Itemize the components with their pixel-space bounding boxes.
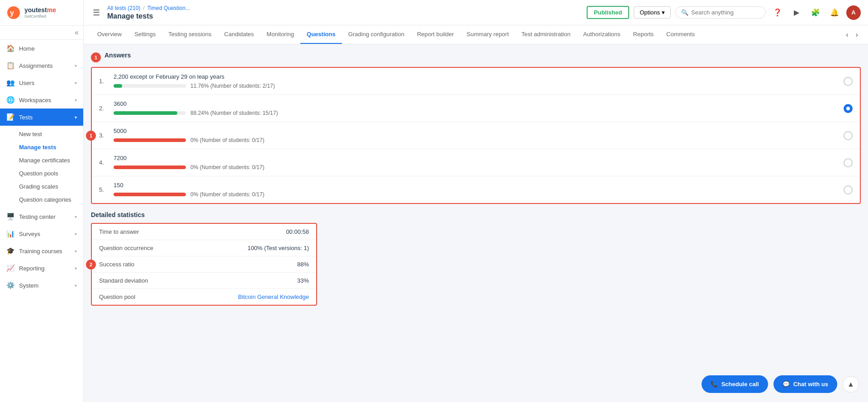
logo-main: youtestme [24,6,56,14]
answer-num-1: 1. [99,78,108,85]
chevron-down-icon: ▾ [75,80,77,85]
svg-text:y: y [10,9,14,17]
tabs-prev-button[interactable]: ‹ [843,29,851,41]
sidebar-subitem-new-test[interactable]: New test [0,128,83,141]
chevron-down-icon: ▾ [75,249,77,254]
bottom-bar: 📞 Schedule call 💬 Chat with us ▲ [702,375,859,393]
sidebar-item-assignments[interactable]: 📋 Assignments ▾ [0,57,83,74]
avatar[interactable]: A [846,5,861,20]
tabs-next-button[interactable]: › [853,29,861,41]
sidebar-item-users[interactable]: 👥 Users ▾ [0,74,83,91]
chat-label: Chat with us [793,381,828,388]
answer-bar-row-5: 0% (Number of students: 0/17) [114,191,838,198]
tab-reports[interactable]: Reports [627,25,660,44]
assignments-icon: 📋 [6,61,14,70]
sidebar-item-workspaces[interactable]: 🌐 Workspaces ▾ [0,91,83,109]
answer-text-1: 2,200 except or February 29 on leap year… [114,73,838,80]
answer-radio-4[interactable] [844,158,853,167]
stat-row-pool: Question pool Bitcoin General Knowledge [92,289,316,305]
search-box: 🔍 [675,6,766,19]
tab-report-builder[interactable]: Report builder [411,25,460,44]
sidebar-item-home[interactable]: 🏠 Home [0,40,83,57]
sidebar-subitem-manage-certificates[interactable]: Manage certificates [0,154,83,167]
tab-testing-sessions[interactable]: Testing sessions [162,25,218,44]
answer-bar-bg-2 [114,111,186,115]
search-icon: 🔍 [681,9,688,16]
tabs-nav: ‹ › [843,29,861,41]
chevron-up-icon: ▲ [847,380,854,388]
stat-row-time: Time to answer 00:00:58 [92,224,316,240]
sidebar-subitem-question-pools[interactable]: Question pools [0,167,83,180]
answer-bar-row-4: 0% (Number of students: 0/17) [114,164,838,170]
options-button[interactable]: Options ▾ [634,6,671,19]
main-area: ☰ All tests (210) / Timed Question... Ma… [84,0,868,402]
answer-radio-3[interactable] [844,131,853,140]
answer-radio-2[interactable] [844,104,853,113]
sidebar-item-training-courses[interactable]: 🎓 Training courses ▾ [0,242,83,260]
sidebar-item-label: System [19,282,70,289]
answer-row-5: 5. 150 0% (Number of students: 0/17) [92,176,860,203]
tab-comments[interactable]: Comments [660,25,701,44]
help-button[interactable]: ❓ [770,5,785,20]
stat-value-time: 00:00:58 [286,228,309,235]
tab-test-administration[interactable]: Test administration [515,25,577,44]
sidebar-item-label: Training courses [19,248,70,255]
answers-badge-container: 1 [91,52,101,62]
stat-label-success: Success ratio [99,261,297,268]
tab-overview[interactable]: Overview [91,25,128,44]
breadcrumb-all-tests[interactable]: All tests (210) [107,5,140,11]
answer-radio-1[interactable] [844,77,853,86]
tab-authorizations[interactable]: Authorizations [577,25,626,44]
hamburger-button[interactable]: ☰ [91,6,102,19]
search-input[interactable] [691,9,760,16]
sidebar-subitem-manage-tests[interactable]: Manage tests [0,141,83,154]
detailed-stats-section: Detailed statistics 2 Time to answer 00:… [91,211,861,306]
sidebar-item-testing-center[interactable]: 🖥️ Testing center ▾ [0,208,83,225]
play-button[interactable]: ▶ [789,5,804,20]
tab-summary-report[interactable]: Summary report [460,25,515,44]
sidebar-item-system[interactable]: ⚙️ System ▾ [0,277,83,294]
sidebar-subitem-question-categories[interactable]: Question categories [0,193,83,206]
answer-pct-3: 0% (Number of students: 0/17) [190,137,264,143]
sidebar-item-tests[interactable]: 📝 Tests ▾ [0,109,83,126]
chevron-down-icon: ▾ [75,98,77,103]
tab-settings[interactable]: Settings [128,25,162,44]
header: ☰ All tests (210) / Timed Question... Ma… [84,0,868,25]
chevron-down-icon: ▾ [75,115,77,120]
answer-content-3: 5000 0% (Number of students: 0/17) [114,128,838,143]
stat-label-occurrence: Question occurrence [99,245,247,251]
tab-monitoring[interactable]: Monitoring [260,25,300,44]
breadcrumb-title: All tests (210) / Timed Question... Mana… [107,5,190,20]
stat-value-deviation: 33% [297,277,309,284]
sidebar-item-surveys[interactable]: 📊 Surveys ▾ [0,225,83,242]
logo: y youtestme GetCertified [0,0,83,26]
answer-row-1: 1. 2,200 except or February 29 on leap y… [92,68,860,95]
plugin-icon: 🧩 [811,8,820,17]
breadcrumb-timed-question[interactable]: Timed Question... [147,5,190,11]
tab-grading-configuration[interactable]: Grading configuration [342,25,411,44]
answer-bar-fill-4 [114,166,186,169]
schedule-call-button[interactable]: 📞 Schedule call [702,375,768,393]
tab-candidates[interactable]: Candidates [218,25,261,44]
plugin-button[interactable]: 🧩 [808,5,823,20]
tests-submenu: New test Manage tests Manage certificate… [0,126,83,208]
published-button[interactable]: Published [587,6,629,19]
tab-questions[interactable]: Questions [300,25,342,44]
answer-num-3: 3. [99,132,108,139]
phone-icon: 📞 [711,381,718,388]
sidebar-subitem-grading-scales[interactable]: Grading scales [0,180,83,193]
chevron-down-icon: ▾ [75,266,77,271]
training-courses-icon: 🎓 [6,247,14,255]
sidebar-item-reporting[interactable]: 📈 Reporting ▾ [0,260,83,277]
page-title: Manage tests [107,12,190,20]
stat-link-pool[interactable]: Bitcoin General Knowledge [238,293,309,300]
scroll-top-button[interactable]: ▲ [843,376,859,393]
answer-radio-5[interactable] [844,185,853,194]
answer-pct-1: 11.76% (Number of students: 2/17) [190,83,275,89]
answers-section: 1 Answers 1 1. 2,200 except or February … [91,52,861,204]
answer-num-5: 5. [99,186,108,193]
collapse-button[interactable]: « [75,28,79,37]
chat-button[interactable]: 💬 Chat with us [773,375,837,393]
options-label: Options [640,9,660,16]
notifications-button[interactable]: 🔔 [827,5,842,20]
